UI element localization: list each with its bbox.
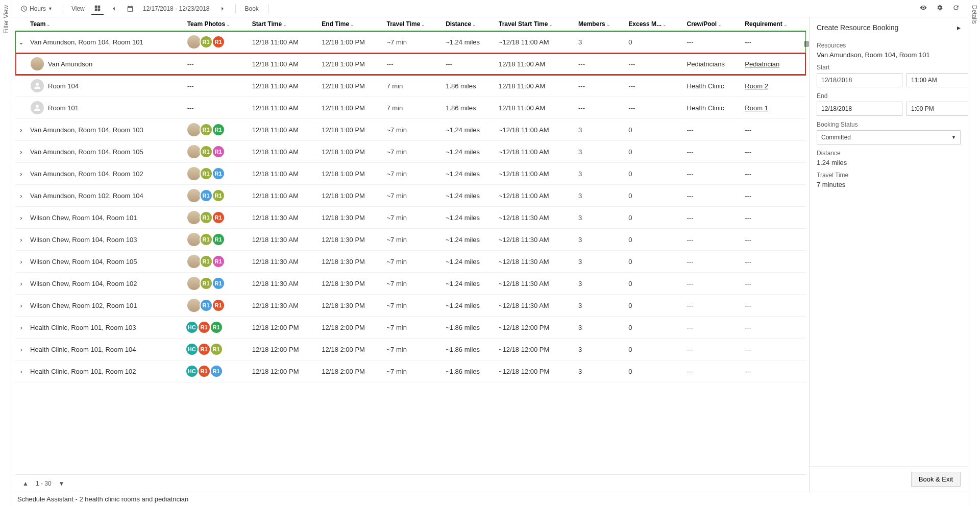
cell-photos: R1R1 <box>184 163 249 185</box>
cell: ~1.86 miles <box>443 360 496 382</box>
cell: 12/18 11:00 AM <box>496 75 575 97</box>
start-time-input[interactable] <box>906 73 968 87</box>
expand-toggle[interactable]: › <box>15 251 27 273</box>
expand-toggle[interactable]: › <box>15 119 27 141</box>
team-name: Room 104 <box>48 82 79 90</box>
column-header[interactable]: Start Time⌄ <box>249 17 319 31</box>
table-row[interactable]: ⌄Van Amundson, Room 104, Room 101R1R112/… <box>15 31 806 53</box>
table-row[interactable]: ›Wilson Chew, Room 102, Room 101R1R112/1… <box>15 295 806 317</box>
column-header[interactable]: Team⌄ <box>27 17 184 31</box>
details-tab[interactable]: Details <box>968 0 980 506</box>
calendar-button[interactable] <box>124 3 137 14</box>
refresh-icon <box>952 4 960 11</box>
visibility-button[interactable] <box>917 2 930 15</box>
resource-badge: R1 <box>212 189 225 202</box>
column-header[interactable]: Travel Time⌄ <box>384 17 443 31</box>
cell-requirement: --- <box>742 339 806 360</box>
prev-button[interactable] <box>107 3 120 14</box>
cell: 0 <box>625 360 683 382</box>
cell: ~12/18 11:00 AM <box>496 141 575 163</box>
resource-badge: R1 <box>210 321 223 334</box>
team-name: Van Amundson <box>48 60 92 68</box>
cell: 12/18 2:00 PM <box>318 360 383 382</box>
details-collapse-icon[interactable]: ▸ <box>957 23 961 32</box>
cell: 3 <box>575 229 625 251</box>
end-time-input[interactable] <box>906 102 968 116</box>
cell-requirement[interactable]: Room 1 <box>742 97 806 119</box>
expand-toggle[interactable]: › <box>15 141 27 163</box>
start-date-input[interactable] <box>817 73 902 87</box>
cell: 0 <box>625 273 683 295</box>
settings-button[interactable] <box>933 2 946 15</box>
expand-toggle[interactable]: › <box>15 207 27 229</box>
next-button[interactable] <box>216 3 229 14</box>
expand-toggle[interactable]: › <box>15 295 27 317</box>
table-row[interactable]: ›Wilson Chew, Room 104, Room 101R1R112/1… <box>15 207 806 229</box>
pager-down[interactable]: ▼ <box>57 479 67 488</box>
cell-requirement[interactable]: Room 2 <box>742 75 806 97</box>
cell: ~7 min <box>384 229 443 251</box>
cell: ~12/18 11:00 AM <box>496 31 575 53</box>
table-row[interactable]: ›Health Clinic, Room 101, Room 104HCR1R1… <box>15 339 806 360</box>
grid-icon <box>94 5 101 12</box>
table-row[interactable]: Room 104---12/18 11:00 AM12/18 1:00 PM7 … <box>15 75 806 97</box>
cell-requirement[interactable]: Pediatrician <box>742 53 806 75</box>
scrollbar-thumb[interactable] <box>804 41 809 47</box>
grid-container: Team⌄Team Photos⌄Start Time⌄End Time⌄Tra… <box>12 17 810 492</box>
table-row[interactable]: ›Van Amundson, Room 104, Room 105R1R112/… <box>15 141 806 163</box>
travel-time-value: 7 minutes <box>817 181 961 188</box>
column-header[interactable]: Requirement⌄ <box>742 17 806 31</box>
column-header[interactable]: Travel Start Time⌄ <box>496 17 575 31</box>
expand-toggle[interactable]: › <box>15 273 27 295</box>
expand-toggle[interactable]: › <box>15 317 27 339</box>
table-row[interactable]: ›Van Amundson, Room 102, Room 104R1R112/… <box>15 185 806 207</box>
expand-toggle[interactable]: ⌄ <box>15 31 27 53</box>
cell: --- <box>684 163 742 185</box>
column-header[interactable]: Distance⌄ <box>443 17 496 31</box>
expand-toggle[interactable]: › <box>15 339 27 360</box>
table-row[interactable]: ›Van Amundson, Room 104, Room 103R1R112/… <box>15 119 806 141</box>
filter-view-tab[interactable]: Filter View <box>0 0 12 506</box>
column-header[interactable]: Members⌄ <box>575 17 625 31</box>
expand-toggle[interactable]: › <box>15 229 27 251</box>
table-row[interactable]: ›Van Amundson, Room 104, Room 102R1R112/… <box>15 163 806 185</box>
expand-toggle[interactable]: › <box>15 163 27 185</box>
end-label: End <box>817 92 961 100</box>
expand-toggle[interactable]: › <box>15 360 27 382</box>
date-range[interactable]: 12/17/2018 - 12/23/2018 <box>140 3 213 14</box>
table-row[interactable]: ›Wilson Chew, Room 104, Room 102R1R112/1… <box>15 273 806 295</box>
expand-toggle[interactable]: › <box>15 185 27 207</box>
cell: 12/18 12:00 PM <box>249 339 319 360</box>
pager-up[interactable]: ▲ <box>20 479 31 488</box>
resource-badge: R1 <box>200 233 213 246</box>
table-row[interactable]: ›Wilson Chew, Room 104, Room 103R1R112/1… <box>15 229 806 251</box>
refresh-button[interactable] <box>949 2 963 15</box>
team-name: Van Amundson, Room 104, Room 105 <box>27 141 184 163</box>
column-header[interactable]: End Time⌄ <box>318 17 383 31</box>
resource-badge: R1 <box>198 321 211 334</box>
book-exit-button[interactable]: Book & Exit <box>911 472 961 487</box>
table-row[interactable]: ›Health Clinic, Room 101, Room 102HCR1R1… <box>15 360 806 382</box>
table-row[interactable]: Room 101---12/18 11:00 AM12/18 1:00 PM7 … <box>15 97 806 119</box>
table-row[interactable]: Van Amundson---12/18 11:00 AM12/18 1:00 … <box>15 53 806 75</box>
cell: ~7 min <box>384 295 443 317</box>
grid-view-button[interactable] <box>91 3 104 15</box>
cell: --- <box>684 339 742 360</box>
table-row[interactable]: ›Health Clinic, Room 101, Room 103HCR1R1… <box>15 317 806 339</box>
cell: ~7 min <box>384 273 443 295</box>
cell: ~7 min <box>384 31 443 53</box>
table-row[interactable]: ›Wilson Chew, Room 104, Room 105R1R112/1… <box>15 251 806 273</box>
end-date-input[interactable] <box>817 102 902 116</box>
cell: 12/18 11:00 AM <box>249 75 319 97</box>
hours-dropdown[interactable]: Hours ▼ <box>17 3 56 14</box>
start-label: Start <box>817 64 961 71</box>
booking-status-select[interactable]: Committed ▼ <box>817 130 961 144</box>
resource-badge: R1 <box>200 123 213 136</box>
column-header[interactable]: Team Photos⌄ <box>184 17 249 31</box>
book-button[interactable]: Book <box>242 3 262 14</box>
cell-photos: --- <box>184 97 249 119</box>
cell: 12/18 1:00 PM <box>318 185 383 207</box>
column-header[interactable]: Crew/Pool⌄ <box>684 17 742 31</box>
column-header[interactable]: Excess M...⌄ <box>625 17 683 31</box>
cell: 0 <box>625 185 683 207</box>
